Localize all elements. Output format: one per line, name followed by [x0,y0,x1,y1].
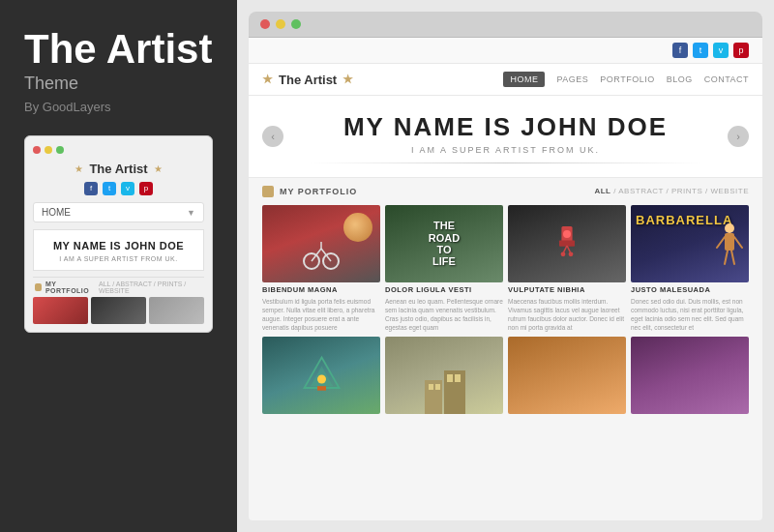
mobile-pinterest-icon: p [139,182,153,195]
bikes-illustration [297,234,345,273]
portfolio-item-8 [631,337,749,414]
portfolio-item-4-desc: Donec sed odio dui. Duis mollis, est non… [631,297,749,332]
portfolio-item-3-title: VULPUTATE NIBHIA [508,285,626,294]
nav-item-portfolio[interactable]: PORTFOLIO [600,74,654,84]
portfolio-thumb-4[interactable]: BARBARELLA [631,205,749,282]
portfolio-filter-prints[interactable]: PRINTS [671,187,702,195]
portfolio-thumb-1[interactable] [262,205,380,282]
left-title: The Artist [24,29,213,70]
portfolio-filter-abstract[interactable]: ABSTRACT [618,187,664,195]
left-panel: The Artist Theme By GoodLayers ★ The Art… [0,0,237,532]
portfolio-item-3: VULPUTATE NIBHIA Maecenas faucibus molli… [508,205,626,332]
hero-subtitle: I AM A SUPER ARTIST FROM UK. [262,145,749,155]
site-hero: ‹ MY NAME IS JOHN DOE I AM A SUPER ARTIS… [249,96,762,178]
svg-point-11 [569,251,574,256]
site-twitter-icon[interactable]: t [693,43,708,58]
mobile-nav-label: HOME [42,207,71,218]
mobile-twitter-icon: t [103,182,116,195]
hero-prev-button[interactable]: ‹ [262,126,283,147]
portfolio-item-2-title: DOLOR LIGULA VESTI [385,285,503,294]
site-logo: ★ The Artist ★ [262,73,353,87]
portfolio-filter-all[interactable]: ALL [594,187,610,195]
mobile-star-left: ★ [74,163,83,174]
machine-illustration [548,218,586,270]
mobile-dot-yellow [45,146,52,154]
mobile-thumb-2 [91,297,146,324]
svg-rect-13 [725,233,734,251]
mobile-portfolio-label: MY PORTFOLIO [45,281,95,294]
mobile-portfolio-icon [35,283,42,291]
hero-divider [311,163,700,163]
portfolio-item-4-title: JUSTO MALESUADA [631,285,749,294]
portfolio-grid-row1: BIBENDUM MAGNA Vestibulum id ligula port… [262,205,749,332]
site-top-bar: f t v p [249,38,762,64]
logo-star-right: ★ [342,73,353,86]
portfolio-item-1: BIBENDUM MAGNA Vestibulum id ligula port… [262,205,380,332]
road-text: THEROADTOLIFE [429,220,460,266]
portfolio-item-6 [385,337,503,414]
site-nav-menu: HOME PAGES PORTFOLIO BLOG CONTACT [503,72,749,87]
portfolio-thumb-3[interactable] [508,205,626,282]
browser-dot-yellow [276,19,285,29]
mobile-thumb-3 [149,297,204,324]
mobile-dot-red [33,146,41,154]
hero-next-button[interactable]: › [728,126,749,147]
portfolio-thumb-6[interactable] [385,337,503,414]
nav-item-contact[interactable]: CONTACT [704,74,749,84]
mobile-hero: MY NAME IS JOHN DOE I AM A SUPER ARTIST … [33,229,204,271]
portfolio-item-1-title: BIBENDUM MAGNA [262,285,380,294]
svg-point-12 [725,223,734,233]
portfolio-thumb-5[interactable] [262,337,380,414]
site-facebook-icon[interactable]: f [672,43,688,58]
browser-wrapper: f t v p ★ The Artist ★ HOME PAGES PORTFO… [237,0,774,532]
mobile-dot-green [56,146,64,154]
portfolio-thumb-2[interactable]: THEROADTOLIFE [385,205,503,282]
mobile-hero-sub: I AM A SUPER ARTIST FROM UK. [40,255,197,262]
building-illustration [385,337,503,414]
svg-line-17 [731,251,734,264]
portfolio-grid-row2 [262,337,749,414]
mobile-facebook-icon: f [84,182,98,195]
nav-item-pages[interactable]: PAGES [556,74,588,84]
portfolio-item-3-desc: Maecenas faucibus mollis interdum. Vivam… [508,297,626,332]
portfolio-item-7 [508,337,626,414]
portfolio-label: MY PORTFOLIO [280,187,357,196]
svg-point-7 [563,230,571,238]
nav-item-home[interactable]: HOME [503,72,545,87]
mobile-nav-arrow: ▼ [187,208,195,218]
svg-rect-24 [429,384,433,390]
portfolio-title-group: MY PORTFOLIO [262,186,357,197]
nav-item-blog[interactable]: BLOG [667,74,693,84]
barbarella-figure [715,221,744,278]
mobile-portfolio-bar: MY PORTFOLIO ALL / ABSTRACT / PRINTS / W… [33,277,204,297]
browser-content: f t v p ★ The Artist ★ HOME PAGES PORTFO… [249,38,762,520]
svg-line-16 [725,251,728,264]
site-nav: ★ The Artist ★ HOME PAGES PORTFOLIO BLOG… [249,64,762,96]
mobile-portfolio-filters: ALL / ABSTRACT / PRINTS / WEBSITE [99,281,202,294]
site-pinterest-icon[interactable]: p [733,43,749,58]
site-vimeo-icon[interactable]: v [713,43,729,58]
portfolio-item-4: BARBARELLA JUSTO MALE [631,205,749,332]
portfolio-item-1-desc: Vestibulum id ligula porta felis euismod… [262,297,380,332]
portfolio-filter-website[interactable]: WEBSITE [710,187,749,195]
svg-rect-25 [435,384,440,390]
mobile-thumbnails [33,297,204,324]
svg-line-15 [734,237,742,248]
svg-rect-6 [559,240,575,246]
browser-dot-red [260,19,270,29]
portfolio-header: MY PORTFOLIO ALL / ABSTRACT / PRINTS / W… [262,186,749,197]
svg-point-10 [561,251,566,256]
portfolio-thumb-7[interactable] [508,337,626,414]
browser-chrome [249,12,762,38]
portfolio-item-5 [262,337,380,414]
portfolio-section: MY PORTFOLIO ALL / ABSTRACT / PRINTS / W… [249,178,762,520]
mobile-star-right: ★ [154,163,163,174]
hero-title: MY NAME IS JOHN DOE [262,113,749,141]
svg-line-14 [717,237,725,248]
portfolio-filters: ALL / ABSTRACT / PRINTS / WEBSITE [594,187,749,195]
mobile-social-icons: f t v p [33,182,204,195]
portfolio-thumb-8[interactable] [631,337,749,414]
by-label: By GoodLayers [24,100,213,114]
theme-label: Theme [24,74,213,94]
svg-point-20 [317,375,326,384]
